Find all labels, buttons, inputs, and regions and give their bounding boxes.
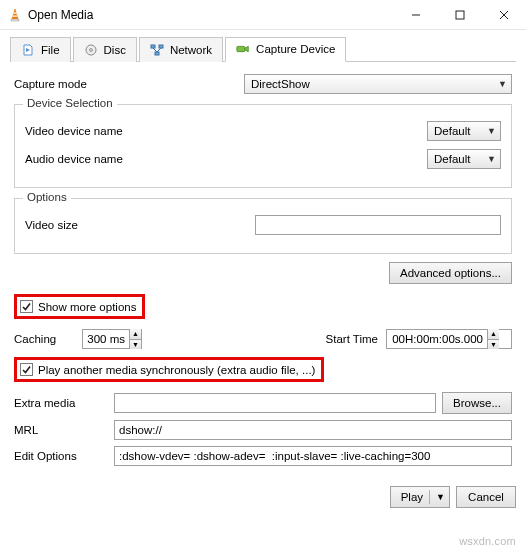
watermark: wsxdn.com	[459, 535, 516, 547]
spinner-buttons[interactable]: ▲▼	[487, 329, 499, 349]
advanced-options-label: Advanced options...	[400, 267, 501, 279]
maximize-button[interactable]	[438, 0, 482, 30]
start-time-label: Start Time	[326, 333, 378, 345]
tab-disc-label: Disc	[104, 44, 126, 56]
video-device-dropdown[interactable]: Default ▼	[427, 121, 501, 141]
capture-mode-label: Capture mode	[14, 78, 244, 90]
tab-network-label: Network	[170, 44, 212, 56]
options-group: Options Video size	[14, 198, 512, 254]
dialog-footer: Play ▼ Cancel	[0, 480, 526, 516]
svg-marker-0	[12, 9, 18, 19]
play-another-checkbox-row[interactable]: Play another media synchronously (extra …	[20, 363, 315, 376]
device-selection-legend: Device Selection	[23, 97, 117, 109]
video-device-value: Default	[434, 125, 470, 137]
video-size-label: Video size	[25, 219, 255, 231]
network-icon	[150, 43, 164, 57]
tab-file-label: File	[41, 44, 60, 56]
audio-device-value: Default	[434, 153, 470, 165]
mrl-label: MRL	[14, 424, 108, 436]
cancel-label: Cancel	[468, 491, 504, 503]
svg-rect-5	[456, 11, 464, 19]
spinner-up-icon[interactable]: ▲	[487, 329, 499, 340]
start-time-spinner[interactable]: ▲▼	[386, 329, 512, 349]
svg-rect-13	[159, 45, 163, 48]
audio-device-dropdown[interactable]: Default ▼	[427, 149, 501, 169]
title-bar: Open Media	[0, 0, 526, 30]
tab-file[interactable]: File	[10, 37, 71, 62]
device-selection-group: Device Selection Video device name Defau…	[14, 104, 512, 188]
show-more-label: Show more options	[38, 301, 136, 313]
advanced-options-button[interactable]: Advanced options...	[389, 262, 512, 284]
svg-rect-3	[13, 15, 18, 16]
caching-spinner[interactable]: ▲▼	[82, 329, 142, 349]
play-another-highlight: Play another media synchronously (extra …	[14, 357, 324, 382]
svg-rect-12	[151, 45, 155, 48]
capture-mode-value: DirectShow	[251, 78, 310, 90]
tab-disc[interactable]: Disc	[73, 37, 137, 62]
svg-marker-18	[245, 46, 249, 51]
edit-options-input[interactable]	[114, 446, 512, 466]
tab-capture-device[interactable]: Capture Device	[225, 37, 346, 62]
svg-rect-17	[237, 46, 245, 51]
vlc-icon	[8, 8, 22, 22]
play-button[interactable]: Play ▼	[390, 486, 450, 508]
check-icon	[21, 301, 32, 312]
extra-media-label: Extra media	[14, 397, 108, 409]
edit-options-label: Edit Options	[14, 450, 108, 462]
tab-bar: File Disc Network Capture Device	[10, 36, 516, 62]
show-more-highlight: Show more options	[14, 294, 145, 319]
spinner-buttons[interactable]: ▲▼	[129, 329, 141, 349]
chevron-down-icon: ▼	[436, 492, 445, 502]
close-button[interactable]	[482, 0, 526, 30]
options-legend: Options	[23, 191, 71, 203]
extra-media-input[interactable]	[114, 393, 436, 413]
check-icon	[21, 364, 32, 375]
audio-device-label: Audio device name	[25, 153, 165, 165]
svg-point-11	[89, 48, 92, 51]
capture-icon	[236, 42, 250, 56]
video-size-input[interactable]	[255, 215, 501, 235]
file-icon	[21, 43, 35, 57]
window-title: Open Media	[28, 8, 93, 22]
mrl-input[interactable]	[114, 420, 512, 440]
svg-rect-14	[155, 52, 159, 55]
play-label: Play	[401, 491, 423, 503]
svg-line-16	[157, 48, 161, 52]
video-device-label: Video device name	[25, 125, 165, 137]
show-more-checkbox[interactable]	[20, 300, 33, 313]
caching-label: Caching	[14, 333, 74, 345]
browse-button[interactable]: Browse...	[442, 392, 512, 414]
spinner-down-icon[interactable]: ▼	[487, 340, 499, 350]
disc-icon	[84, 43, 98, 57]
cancel-button[interactable]: Cancel	[456, 486, 516, 508]
tab-capture-label: Capture Device	[256, 43, 335, 55]
spinner-up-icon[interactable]: ▲	[129, 329, 141, 340]
chevron-down-icon: ▼	[487, 154, 496, 164]
separator	[429, 490, 430, 504]
svg-rect-2	[13, 12, 17, 13]
browse-label: Browse...	[453, 397, 501, 409]
chevron-down-icon: ▼	[498, 79, 507, 89]
caching-input[interactable]	[83, 330, 129, 348]
minimize-button[interactable]	[394, 0, 438, 30]
tab-network[interactable]: Network	[139, 37, 223, 62]
capture-mode-dropdown[interactable]: DirectShow ▼	[244, 74, 512, 94]
start-time-input[interactable]	[387, 330, 487, 348]
play-another-checkbox[interactable]	[20, 363, 33, 376]
svg-line-15	[153, 48, 157, 52]
show-more-checkbox-row[interactable]: Show more options	[20, 300, 136, 313]
svg-rect-1	[11, 19, 19, 21]
play-another-label: Play another media synchronously (extra …	[38, 364, 315, 376]
spinner-down-icon[interactable]: ▼	[129, 340, 141, 350]
chevron-down-icon: ▼	[487, 126, 496, 136]
